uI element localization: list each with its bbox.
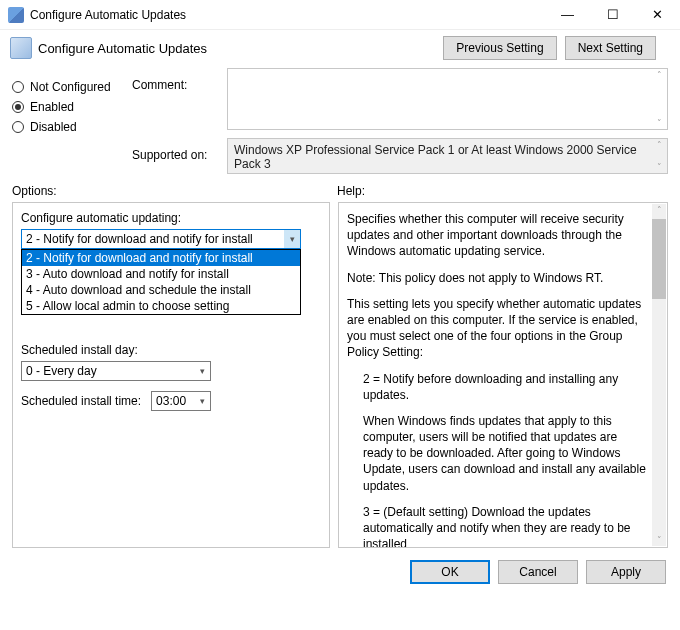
scroll-up-icon: ˄ (652, 204, 666, 216)
next-setting-button[interactable]: Next Setting (565, 36, 656, 60)
radio-label: Enabled (30, 100, 74, 114)
install-time-select[interactable]: 03:00 ▾ (151, 391, 211, 411)
scrollbar[interactable]: ˄˅ (652, 70, 666, 128)
page-title: Configure Automatic Updates (38, 41, 207, 56)
scrollbar[interactable]: ˄˅ (652, 140, 666, 172)
comment-textarea[interactable]: ˄˅ (227, 68, 668, 130)
previous-setting-button[interactable]: Previous Setting (443, 36, 556, 60)
help-text: 3 = (Default setting) Download the updat… (363, 504, 647, 548)
help-label: Help: (337, 184, 365, 198)
comment-label: Comment: (132, 78, 217, 92)
chevron-down-icon: ▾ (194, 392, 210, 410)
scroll-down-icon: ˅ (652, 162, 666, 172)
radio-label: Not Configured (30, 80, 111, 94)
scroll-up-icon: ˄ (652, 140, 666, 150)
help-text: When Windows finds updates that apply to… (363, 413, 647, 494)
help-text: 2 = Notify before downloading and instal… (363, 371, 647, 403)
close-button[interactable]: ✕ (635, 0, 680, 29)
supported-on-field: Windows XP Professional Service Pack 1 o… (227, 138, 668, 174)
install-day-select[interactable]: 0 - Every day ▾ (21, 361, 211, 381)
options-label: Options: (12, 184, 337, 198)
config-area: Not Configured Enabled Disabled Comment:… (0, 62, 680, 178)
maximize-button[interactable]: ☐ (590, 0, 635, 29)
cancel-button[interactable]: Cancel (498, 560, 578, 584)
install-day-label: Scheduled install day: (21, 343, 321, 357)
radio-enabled[interactable]: Enabled (12, 100, 122, 114)
header: Configure Automatic Updates Previous Set… (0, 30, 680, 62)
app-icon (8, 7, 24, 23)
help-text: This setting lets you specify whether au… (347, 296, 647, 361)
supported-on-label: Supported on: (132, 148, 217, 162)
policy-icon (10, 37, 32, 59)
scroll-up-icon: ˄ (652, 70, 666, 80)
configure-updating-label: Configure automatic updating: (21, 211, 321, 225)
configure-updating-select[interactable]: 2 - Notify for download and notify for i… (21, 229, 301, 249)
dropdown-option[interactable]: 5 - Allow local admin to choose setting (22, 298, 300, 314)
install-time-value: 03:00 (156, 394, 186, 408)
radio-icon (12, 81, 24, 93)
ok-button[interactable]: OK (410, 560, 490, 584)
minimize-button[interactable]: — (545, 0, 590, 29)
window-controls: — ☐ ✕ (545, 0, 680, 29)
radio-not-configured[interactable]: Not Configured (12, 80, 122, 94)
options-panel: Configure automatic updating: 2 - Notify… (12, 202, 330, 548)
scroll-down-icon: ˅ (652, 534, 666, 546)
dropdown-option[interactable]: 2 - Notify for download and notify for i… (22, 250, 300, 266)
configure-updating-value: 2 - Notify for download and notify for i… (26, 232, 253, 246)
radio-icon (12, 101, 24, 113)
title-bar: Configure Automatic Updates — ☐ ✕ (0, 0, 680, 30)
dropdown-option[interactable]: 3 - Auto download and notify for install (22, 266, 300, 282)
scroll-down-icon: ˅ (652, 118, 666, 128)
chevron-down-icon: ▾ (194, 362, 210, 380)
install-day-value: 0 - Every day (26, 364, 97, 378)
dialog-buttons: OK Cancel Apply (0, 554, 680, 590)
window-title: Configure Automatic Updates (30, 8, 545, 22)
radio-label: Disabled (30, 120, 77, 134)
configure-updating-dropdown-list: 2 - Notify for download and notify for i… (21, 249, 301, 315)
help-text: Specifies whether this computer will rec… (347, 211, 647, 260)
help-panel: Specifies whether this computer will rec… (338, 202, 668, 548)
scrollbar-thumb[interactable] (652, 219, 666, 299)
radio-icon (12, 121, 24, 133)
help-text: Note: This policy does not apply to Wind… (347, 270, 647, 286)
apply-button[interactable]: Apply (586, 560, 666, 584)
install-time-label: Scheduled install time: (21, 394, 141, 408)
chevron-down-icon: ▾ (284, 230, 300, 248)
supported-on-text: Windows XP Professional Service Pack 1 o… (234, 143, 637, 171)
radio-disabled[interactable]: Disabled (12, 120, 122, 134)
dropdown-option[interactable]: 4 - Auto download and schedule the insta… (22, 282, 300, 298)
